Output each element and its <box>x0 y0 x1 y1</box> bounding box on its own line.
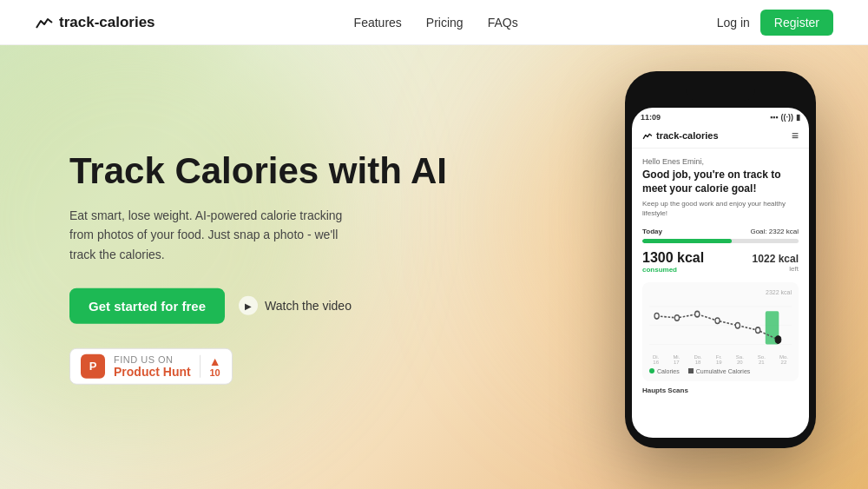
product-hunt-logo: P <box>81 354 105 379</box>
phone-frame: 11:09 ▪▪▪ ((·)) ▮ track-calories <box>625 71 816 448</box>
get-started-button[interactable]: Get started for free <box>69 288 225 324</box>
left-label: left <box>753 265 799 273</box>
phone-logo-icon <box>642 132 653 140</box>
goal-label: Goal: 2322 kcal <box>750 228 799 235</box>
watch-video-button[interactable]: ▶ Watch the video <box>239 296 352 315</box>
svg-point-6 <box>695 311 700 317</box>
logo-icon <box>35 16 54 30</box>
register-button[interactable]: Register <box>760 10 833 36</box>
wifi-icon: ((·)) <box>781 113 794 122</box>
legend-calories: Calories <box>649 368 680 374</box>
consumed-kcal: 1300 kcal <box>642 250 704 266</box>
phone-kcal-row: 1300 kcal consumed 1022 kcal left <box>642 250 799 274</box>
phone-app-logo: track-calories <box>642 130 719 141</box>
phone-app-header: track-calories ≡ <box>632 125 809 149</box>
login-button[interactable]: Log in <box>717 16 750 30</box>
nav-faqs[interactable]: FAQs <box>488 16 518 30</box>
phone-subtext: Keep up the good work and enjoy your hea… <box>642 199 799 218</box>
legend-calories-label: Calories <box>657 368 680 374</box>
hero-subtitle: Eat smart, lose weight. AI-powered calor… <box>69 206 347 264</box>
phone-time: 11:09 <box>641 113 661 122</box>
signal-icon: ▪▪▪ <box>770 113 779 122</box>
phone-goal-section: Today Goal: 2322 kcal <box>642 228 799 243</box>
phone-progress-bar <box>642 239 799 243</box>
today-label: Today <box>642 228 662 235</box>
battery-icon: ▮ <box>796 113 800 122</box>
chart-svg <box>649 297 792 349</box>
phone-content: Hello Enes Emini, Good job, you're on tr… <box>632 149 809 403</box>
consumed-label: consumed <box>642 266 704 274</box>
chart-x-label-2: Do.18 <box>694 354 701 365</box>
phone-headline: Good job, you're on track to meet your c… <box>642 169 799 195</box>
phone-mockup: 11:09 ▪▪▪ ((·)) ▮ track-calories <box>625 71 816 448</box>
phone-goal-header: Today Goal: 2322 kcal <box>642 228 799 235</box>
svg-point-7 <box>715 318 720 324</box>
ph-find-text: FIND US ON <box>114 354 191 365</box>
chart-x-label-6: Mo.22 <box>779 354 788 365</box>
nav-links: Features Pricing FAQs <box>354 15 518 30</box>
ph-arrow-icon: ▲ <box>209 355 221 367</box>
phone-left: 1022 kcal left <box>753 253 799 273</box>
hero-section: Track Calories with AI Eat smart, lose w… <box>0 45 868 489</box>
legend-cumulative-dot <box>688 368 694 373</box>
hero-title: Track Calories with AI <box>69 149 447 191</box>
watch-label: Watch the video <box>265 299 352 313</box>
chart-x-labels: Di.16 Mi.17 Do.18 Fr.19 Sa.20 So.21 Mo.2… <box>649 354 792 365</box>
phone-notch <box>686 82 755 101</box>
navbar: track-calories Features Pricing FAQs Log… <box>0 0 868 45</box>
logo[interactable]: track-calories <box>35 14 155 31</box>
phone-progress-fill <box>642 239 732 243</box>
phone-greeting: Hello Enes Emini, <box>642 157 799 166</box>
phone-status-bar: 11:09 ▪▪▪ ((·)) ▮ <box>632 108 809 125</box>
hero-actions: Get started for free ▶ Watch the video <box>69 288 447 324</box>
chart-x-label-0: Di.16 <box>653 354 659 365</box>
ph-score: ▲ 10 <box>200 355 221 378</box>
nav-features[interactable]: Features <box>354 16 402 30</box>
phone-consumed: 1300 kcal consumed <box>642 250 704 274</box>
chart-y-label: 2322 kcal <box>649 289 792 295</box>
left-kcal: 1022 kcal <box>753 253 799 265</box>
chart-x-label-5: So.21 <box>758 354 766 365</box>
phone-chart: 2322 kcal <box>642 282 799 381</box>
ph-count: 10 <box>209 367 220 378</box>
phone-screen: 11:09 ▪▪▪ ((·)) ▮ track-calories <box>632 108 809 438</box>
nav-pricing[interactable]: Pricing <box>426 16 464 30</box>
svg-point-10 <box>775 335 781 343</box>
phone-section-title: Haupts Scans <box>642 387 799 394</box>
chart-x-label-4: Sa.20 <box>736 354 744 365</box>
hero-content: Track Calories with AI Eat smart, lose w… <box>69 149 447 384</box>
svg-point-8 <box>735 322 740 328</box>
logo-text: track-calories <box>59 14 155 31</box>
legend-cumulative-label: Cumulative Calories <box>696 368 751 374</box>
phone-status-icons: ▪▪▪ ((·)) ▮ <box>770 113 800 122</box>
chart-legend: Calories Cumulative Calories <box>649 368 792 374</box>
chart-x-label-1: Mi.17 <box>673 354 680 365</box>
svg-point-4 <box>654 313 659 319</box>
product-hunt-badge[interactable]: P FIND US ON Product Hunt ▲ 10 <box>69 348 233 385</box>
legend-cumulative: Cumulative Calories <box>688 368 751 374</box>
phone-menu-icon: ≡ <box>792 129 799 142</box>
ph-text-group: FIND US ON Product Hunt <box>114 354 191 379</box>
svg-point-9 <box>756 327 760 333</box>
ph-name: Product Hunt <box>114 365 191 379</box>
legend-calories-dot <box>649 368 654 373</box>
nav-actions: Log in Register <box>717 10 833 36</box>
phone-app-name: track-calories <box>656 130 719 141</box>
svg-point-5 <box>674 314 679 320</box>
chart-x-label-3: Fr.19 <box>716 354 722 365</box>
play-icon: ▶ <box>239 296 258 315</box>
